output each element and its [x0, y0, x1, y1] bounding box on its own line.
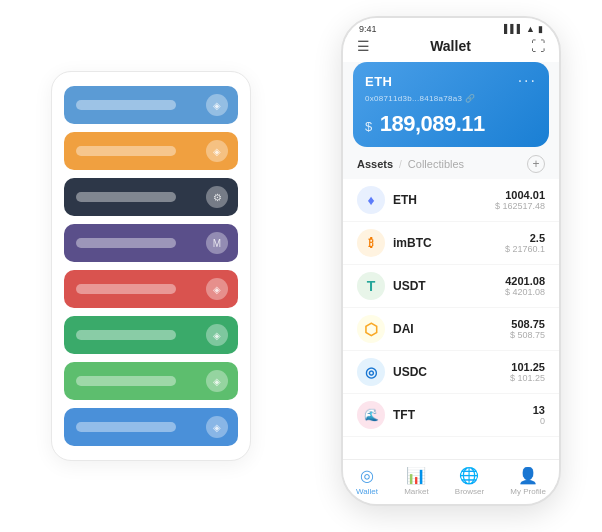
card-text [76, 238, 176, 248]
nav-item-browser[interactable]: 🌐 Browser [455, 466, 484, 496]
token-name: TFT [393, 408, 533, 422]
eth-menu-dots[interactable]: ··· [518, 72, 537, 90]
table-row[interactable]: ♦ ETH 1004.01 $ 162517.48 [343, 179, 559, 222]
card-icon: ◈ [206, 94, 228, 116]
eth-address: 0x08711d3b...8418a78a3 🔗 [365, 94, 537, 103]
list-item[interactable]: M [64, 224, 238, 262]
card-text [76, 422, 176, 432]
nav-item-wallet[interactable]: ◎ Wallet [356, 466, 378, 496]
phone-header: ☰ Wallet ⛶ [343, 34, 559, 62]
card-icon: M [206, 232, 228, 254]
tab-separator: / [399, 159, 402, 170]
add-asset-button[interactable]: + [527, 155, 545, 173]
token-usd: $ 508.75 [510, 330, 545, 340]
browser-nav-label: Browser [455, 487, 484, 496]
status-bar: 9:41 ▌▌▌ ▲ ▮ [343, 18, 559, 34]
card-icon: ◈ [206, 324, 228, 346]
list-item[interactable]: ⚙ [64, 178, 238, 216]
token-usd: $ 101.25 [510, 373, 545, 383]
tab-collectibles[interactable]: Collectibles [408, 158, 464, 170]
card-text [76, 100, 176, 110]
menu-icon[interactable]: ☰ [357, 38, 370, 54]
assets-header: Assets / Collectibles + [343, 155, 559, 179]
card-text [76, 146, 176, 156]
token-list: ♦ ETH 1004.01 $ 162517.48 ₿ imBTC 2.5 $ … [343, 179, 559, 459]
card-icon: ◈ [206, 370, 228, 392]
tab-assets[interactable]: Assets [357, 158, 393, 170]
signal-icon: ▌▌▌ [504, 24, 523, 34]
usdc-token-icon: ◎ [357, 358, 385, 386]
table-row[interactable]: ◎ USDC 101.25 $ 101.25 [343, 351, 559, 394]
token-amounts: 4201.08 $ 4201.08 [505, 275, 545, 297]
profile-nav-label: My Profile [510, 487, 546, 496]
token-amounts: 13 0 [533, 404, 545, 426]
token-amount: 2.5 [505, 232, 545, 244]
scene: ◈ ◈ ⚙ M ◈ ◈ ◈ ◈ [21, 16, 581, 516]
token-name: ETH [393, 193, 495, 207]
table-row[interactable]: ₿ imBTC 2.5 $ 21760.1 [343, 222, 559, 265]
tft-token-icon: 🌊 [357, 401, 385, 429]
list-item[interactable]: ◈ [64, 270, 238, 308]
table-row[interactable]: 🌊 TFT 13 0 [343, 394, 559, 437]
token-amount: 4201.08 [505, 275, 545, 287]
status-icons: ▌▌▌ ▲ ▮ [504, 24, 543, 34]
token-amounts: 1004.01 $ 162517.48 [495, 189, 545, 211]
market-nav-label: Market [404, 487, 428, 496]
token-usd: $ 162517.48 [495, 201, 545, 211]
eth-balance: 189,089.11 [380, 111, 485, 136]
list-item[interactable]: ◈ [64, 408, 238, 446]
wifi-icon: ▲ [526, 24, 535, 34]
wallet-nav-icon: ◎ [360, 466, 374, 485]
token-usd: 0 [533, 416, 545, 426]
token-amounts: 2.5 $ 21760.1 [505, 232, 545, 254]
eth-currency-symbol: $ [365, 119, 372, 134]
token-usd: $ 4201.08 [505, 287, 545, 297]
token-amount: 508.75 [510, 318, 545, 330]
dai-token-icon: ⬡ [357, 315, 385, 343]
browser-nav-icon: 🌐 [459, 466, 479, 485]
expand-icon[interactable]: ⛶ [531, 38, 545, 54]
profile-nav-icon: 👤 [518, 466, 538, 485]
table-row[interactable]: ⬡ DAI 508.75 $ 508.75 [343, 308, 559, 351]
wallet-nav-label: Wallet [356, 487, 378, 496]
eth-card[interactable]: ETH ··· 0x08711d3b...8418a78a3 🔗 $ 189,0… [353, 62, 549, 147]
token-name: DAI [393, 322, 510, 336]
eth-balance-row: $ 189,089.11 [365, 111, 537, 137]
token-amounts: 101.25 $ 101.25 [510, 361, 545, 383]
token-amount: 1004.01 [495, 189, 545, 201]
usdt-token-icon: T [357, 272, 385, 300]
list-item[interactable]: ◈ [64, 362, 238, 400]
card-text [76, 376, 176, 386]
card-icon: ◈ [206, 416, 228, 438]
phone: 9:41 ▌▌▌ ▲ ▮ ☰ Wallet ⛶ ETH ··· 0x08711d… [341, 16, 561, 506]
token-name: USDT [393, 279, 505, 293]
bottom-nav: ◎ Wallet 📊 Market 🌐 Browser 👤 My Profile [343, 459, 559, 504]
card-list: ◈ ◈ ⚙ M ◈ ◈ ◈ ◈ [51, 71, 251, 461]
assets-tabs: Assets / Collectibles [357, 158, 464, 170]
eth-label: ETH [365, 74, 393, 89]
list-item[interactable]: ◈ [64, 316, 238, 354]
time: 9:41 [359, 24, 377, 34]
card-text [76, 330, 176, 340]
token-usd: $ 21760.1 [505, 244, 545, 254]
nav-item-market[interactable]: 📊 Market [404, 466, 428, 496]
card-icon: ⚙ [206, 186, 228, 208]
card-text [76, 284, 176, 294]
table-row[interactable]: T USDT 4201.08 $ 4201.08 [343, 265, 559, 308]
page-title: Wallet [430, 38, 471, 54]
card-text [76, 192, 176, 202]
list-item[interactable]: ◈ [64, 86, 238, 124]
list-item[interactable]: ◈ [64, 132, 238, 170]
nav-item-profile[interactable]: 👤 My Profile [510, 466, 546, 496]
token-name: USDC [393, 365, 510, 379]
battery-icon: ▮ [538, 24, 543, 34]
eth-token-icon: ♦ [357, 186, 385, 214]
token-amounts: 508.75 $ 508.75 [510, 318, 545, 340]
token-amount: 13 [533, 404, 545, 416]
eth-card-top: ETH ··· [365, 72, 537, 90]
token-name: imBTC [393, 236, 505, 250]
card-icon: ◈ [206, 278, 228, 300]
market-nav-icon: 📊 [406, 466, 426, 485]
imbtc-token-icon: ₿ [357, 229, 385, 257]
card-icon: ◈ [206, 140, 228, 162]
